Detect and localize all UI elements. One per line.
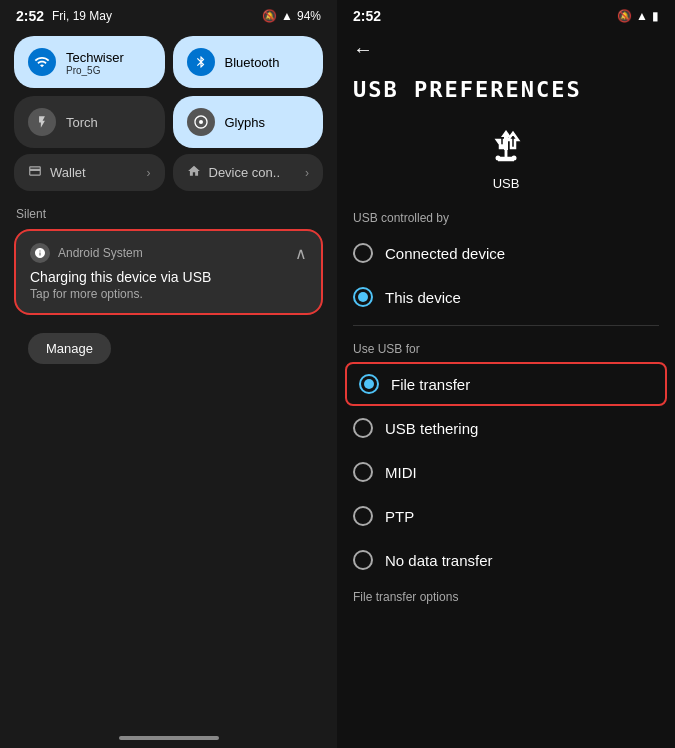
- battery-left: 94%: [297, 9, 321, 23]
- notif-title: Charging this device via USB: [30, 269, 307, 285]
- bluetooth-tile-icon: [187, 48, 215, 76]
- radio-usb-tethering[interactable]: USB tethering: [337, 406, 675, 450]
- usb-label: USB: [493, 176, 520, 191]
- radio-connected-device-label: Connected device: [385, 245, 505, 262]
- device-controls-left: Device con..: [187, 164, 281, 181]
- wallet-tile-left: Wallet: [28, 164, 86, 181]
- wallet-label: Wallet: [50, 165, 86, 180]
- wallet-tile[interactable]: Wallet ›: [14, 154, 165, 191]
- notif-app-name: Android System: [58, 246, 143, 260]
- torch-tile-icon: [28, 108, 56, 136]
- wifi-tile[interactable]: Techwiser Pro_5G: [14, 36, 165, 88]
- wifi-tile-text: Techwiser Pro_5G: [66, 49, 124, 76]
- radio-connected-device[interactable]: Connected device: [337, 231, 675, 275]
- notif-header-left: Android System: [30, 243, 143, 263]
- svg-rect-6: [504, 137, 508, 150]
- radio-this-device[interactable]: This device: [337, 275, 675, 319]
- radio-ptp[interactable]: PTP: [337, 494, 675, 538]
- radio-midi[interactable]: MIDI: [337, 450, 675, 494]
- status-bar-left: 2:52 Fri, 19 May 🔕 ▲ 94%: [0, 0, 337, 28]
- wallet-icon: [28, 164, 42, 181]
- page-title: USB PREFERENCES: [337, 67, 675, 108]
- radio-file-transfer-circle: [359, 374, 379, 394]
- left-panel: 2:52 Fri, 19 May 🔕 ▲ 94% Techwiser Pro_5…: [0, 0, 337, 748]
- wifi-icon-right: ▲: [636, 9, 648, 23]
- radio-connected-device-circle: [353, 243, 373, 263]
- quick-tiles-grid: Techwiser Pro_5G Bluetooth Torch: [0, 28, 337, 154]
- time-right: 2:52: [353, 8, 381, 24]
- status-icons-right: 🔕 ▲ ▮: [617, 9, 659, 23]
- wifi-tile-icon: [28, 48, 56, 76]
- right-panel: 2:52 🔕 ▲ ▮ ← USB PREFERENCES USB USB con…: [337, 0, 675, 748]
- time-left: 2:52: [16, 8, 44, 24]
- back-button[interactable]: ←: [337, 28, 675, 67]
- usb-icon-container: USB: [337, 108, 675, 201]
- device-controls-chevron: ›: [305, 166, 309, 180]
- bluetooth-tile[interactable]: Bluetooth: [173, 36, 324, 88]
- mute-icon: 🔕: [262, 9, 277, 23]
- usb-icon: [482, 124, 530, 172]
- radio-midi-label: MIDI: [385, 464, 417, 481]
- manage-button[interactable]: Manage: [28, 333, 111, 364]
- torch-label: Torch: [66, 115, 98, 130]
- wallet-chevron: ›: [147, 166, 151, 180]
- device-controls-label: Device con..: [209, 165, 281, 180]
- manage-btn-container: Manage: [0, 319, 337, 364]
- silent-divider: Silent: [0, 197, 337, 225]
- notif-expand-icon[interactable]: ∧: [295, 244, 307, 263]
- status-bar-right: 2:52 🔕 ▲ ▮: [337, 0, 675, 28]
- section-controlled-label: USB controlled by: [337, 201, 675, 231]
- notification-card[interactable]: Android System ∧ Charging this device vi…: [14, 229, 323, 315]
- radio-this-device-circle: [353, 287, 373, 307]
- svg-marker-5: [501, 130, 511, 137]
- file-transfer-options-label: File transfer options: [337, 582, 675, 608]
- home-indicator-left: [119, 736, 219, 740]
- radio-this-device-label: This device: [385, 289, 461, 306]
- status-icons-left: 🔕 ▲ 94%: [262, 9, 321, 23]
- notif-body: Tap for more options.: [30, 287, 307, 301]
- wifi-label: Techwiser: [66, 50, 124, 65]
- wifi-sublabel: Pro_5G: [66, 65, 124, 76]
- small-tiles-grid: Wallet › Device con.. ›: [0, 154, 337, 197]
- glyphs-label: Glyphs: [225, 115, 265, 130]
- mute-icon-right: 🔕: [617, 9, 632, 23]
- radio-usb-tethering-circle: [353, 418, 373, 438]
- notif-header: Android System ∧: [30, 243, 307, 263]
- radio-no-data-transfer[interactable]: No data transfer: [337, 538, 675, 582]
- torch-tile[interactable]: Torch: [14, 96, 165, 148]
- radio-file-transfer-label: File transfer: [391, 376, 470, 393]
- radio-no-data-transfer-label: No data transfer: [385, 552, 493, 569]
- radio-file-transfer[interactable]: File transfer: [345, 362, 667, 406]
- notif-app-icon: [30, 243, 50, 263]
- wifi-icon: ▲: [281, 9, 293, 23]
- radio-ptp-circle: [353, 506, 373, 526]
- section-divider: [353, 325, 659, 326]
- section-use-for-label: Use USB for: [337, 332, 675, 362]
- date-left: Fri, 19 May: [52, 9, 112, 23]
- radio-ptp-label: PTP: [385, 508, 414, 525]
- radio-usb-tethering-label: USB tethering: [385, 420, 478, 437]
- svg-point-0: [199, 120, 203, 124]
- home-icon: [187, 164, 201, 181]
- glyphs-tile-icon: [187, 108, 215, 136]
- glyphs-tile[interactable]: Glyphs: [173, 96, 324, 148]
- battery-icon-right: ▮: [652, 9, 659, 23]
- device-controls-tile[interactable]: Device con.. ›: [173, 154, 324, 191]
- radio-no-data-transfer-circle: [353, 550, 373, 570]
- bluetooth-label: Bluetooth: [225, 55, 280, 70]
- radio-midi-circle: [353, 462, 373, 482]
